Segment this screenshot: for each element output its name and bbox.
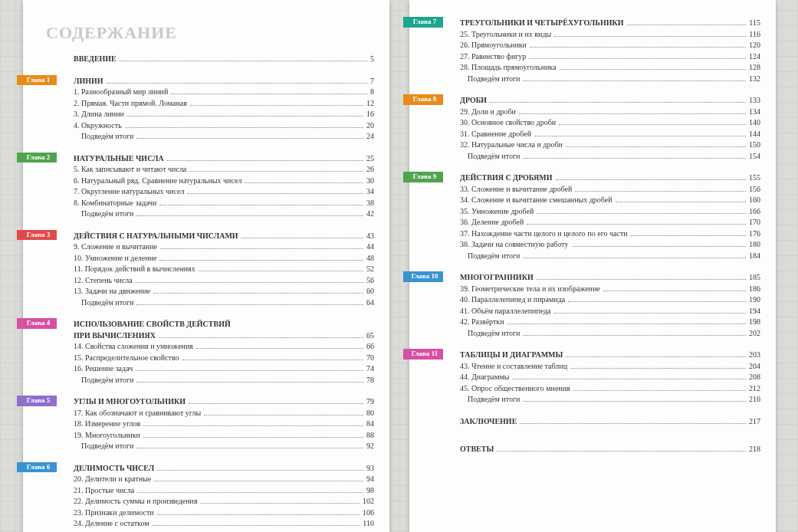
toc-label: 1. Разнообразный мир линий [74,87,168,98]
toc-label: 33. Сложение и вычитание дробей [460,184,572,195]
toc-row-head: ДЕЙСТВИЯ С ДРОБЯМИ155 [409,172,760,184]
toc-label: 11. Порядок действий в вычислениях [74,264,195,275]
toc-row-item: 23. Признаки делимости106 [23,507,374,519]
toc-label: ОТВЕТЫ [460,444,494,455]
toc-label: 7. Округление натуральных чисел [74,186,184,198]
toc-dots [120,61,367,61]
toc-dots [136,282,363,283]
toc-row-item: 12. Степень числа56 [23,275,374,287]
toc-page: 5 [370,54,374,65]
toc-chapter: Глава 11ТАБЛИЦЫ И ДИАГРАММЫ20343. Чтение… [409,350,760,406]
toc-label: НАТУРАЛЬНЫЕ ЧИСЛА [74,153,164,165]
toc-label: 16. Решение задач [74,363,133,375]
toc-row-item: 2. Прямая. Части прямой. Ломаная12 [23,98,374,110]
toc-label: 27. Равенство фигур [460,51,526,63]
toc-page: 124 [749,51,760,63]
toc-page: 198 [749,317,760,328]
page-left: СОДЕРЖАНИЕ ВВЕДЕНИЕ5Глава 1ЛИНИИ71. Разн… [23,0,389,532]
toc-dots [631,235,746,236]
toc-label: 31. Сравнение дробей [460,129,531,140]
toc-label: ЛИНИИ [74,76,103,87]
toc-dots [190,105,363,106]
toc-dots [143,425,363,426]
toc-page: 114 [363,530,374,533]
toc-label: 10. Умножение и деление [74,253,156,264]
toc-dots [497,451,746,452]
toc-label: 42. Развёртки [460,317,504,328]
toc-row-item: 19. Многоугольники88 [23,430,374,442]
toc-label: 8. Комбинаторные задачи [74,198,156,209]
toc-row-head: УГЛЫ И МНОГОУГОЛЬНИКИ79 [23,396,374,408]
toc-row-item: 9. Сложение и вычитание44 [23,241,374,253]
toc-row-item: 42. Развёртки198 [409,317,760,328]
toc-page: 43 [366,231,374,242]
toc-page: 194 [749,306,760,317]
toc-page: 186 [749,284,760,295]
toc-dots [154,481,363,481]
toc-row-item: 27. Равенство фигур124 [409,51,760,63]
toc-page: 42 [366,209,374,220]
toc-dots [204,415,363,415]
toc-page: 16 [366,109,374,120]
toc-label: 36. Деление дробей [460,217,524,228]
toc-page: 98 [366,485,374,497]
toc-page: 133 [749,95,760,107]
toc-page: 120 [749,40,760,51]
toc-page: 38 [366,198,374,209]
toc-row-item: 38. Задачи на совместную работу180 [409,239,760,251]
chapter-tab: Глава 1 [17,75,57,86]
toc-row-item: Подведём итоги92 [23,441,374,452]
toc-row-item: Подведём итоги42 [23,209,374,220]
toc-label: Подведём итоги [74,131,133,143]
toc-page: 74 [366,363,374,375]
toc-row-item: 21. Простые числа98 [23,485,374,497]
toc-row-item: 32. Натуральные числа и дроби150 [409,140,760,151]
chapter-tab: Глава 10 [403,271,443,282]
toc-dots [167,160,363,161]
toc-row-item: 30. Основное свойство дроби140 [409,117,760,129]
toc-page: 128 [749,62,760,74]
toc-chapter: Глава 6ДЕЛИМОСТЬ ЧИСЕЛ9320. Делители и к… [23,463,374,533]
toc-dots [566,146,746,147]
toc-label: 22. Делимость суммы и произведения [74,496,198,507]
toc-label: Подведём итоги [74,297,133,309]
toc-dots [570,368,746,369]
toc-label: 34. Сложение и вычитание смешанных дробе… [460,195,612,206]
toc-section: ОТВЕТЫ218 [409,444,760,455]
toc-page: 79 [366,396,374,408]
toc-chapter: Глава 7ТРЕУГОЛЬНИКИ И ЧЕТЫРЁХУГОЛЬНИКИ11… [409,18,760,84]
toc-row-head: ПРИ ВЫЧИСЛЕНИЯХ65 [23,330,374,342]
toc-row-head: МНОГОГРАННИКИ185 [409,272,760,284]
chapter-tab: Глава 4 [17,318,57,329]
toc-label: 18. Измерение углов [74,419,140,430]
toc-row-item: Подведём итоги114 [23,530,374,533]
toc-dots [523,258,746,258]
toc-page: 110 [363,518,374,530]
toc-row-item: Подведём итоги202 [409,328,760,340]
toc-page: 52 [366,264,374,275]
toc-page: 154 [749,151,760,163]
toc-dots [127,116,363,117]
toc-row-item: 25. Треугольники и их виды116 [409,29,760,41]
toc-label: ИСПОЛЬЗОВАНИЕ СВОЙСТВ ДЕЙСТВИЙ [74,319,231,330]
toc-label: 29. Доли и дроби [460,107,516,118]
toc-row-head: ЛИНИИ7 [23,76,374,87]
toc-row-item: Подведём итоги64 [23,297,374,309]
toc-row-item: 43. Чтение и составление таблиц204 [409,361,760,373]
chapter-tab: Глава 9 [403,172,443,182]
toc-dots [136,370,363,371]
toc-row-item: 29. Доли и дроби134 [409,107,760,118]
toc-row-item: 7. Округление натуральных чисел34 [23,186,374,198]
toc-chapter: Глава 10МНОГОГРАННИКИ18539. Геометрическ… [409,272,760,339]
toc-page: 216 [749,394,760,406]
toc-page: 80 [366,408,374,419]
toc-page: 203 [749,350,760,361]
toc-page: 93 [366,463,374,475]
toc-chapter: Глава 2НАТУРАЛЬНЫЕ ЧИСЛА255. Как записыв… [23,153,374,220]
toc-label: ТРЕУГОЛЬНИКИ И ЧЕТЫРЁХУГОЛЬНИКИ [460,18,624,29]
toc-row-item: 37. Нахождение части целого и целого по … [409,228,760,240]
toc-dots [241,238,363,238]
toc-dots [566,356,746,357]
toc-dots [603,291,746,291]
toc-dots [530,47,746,48]
